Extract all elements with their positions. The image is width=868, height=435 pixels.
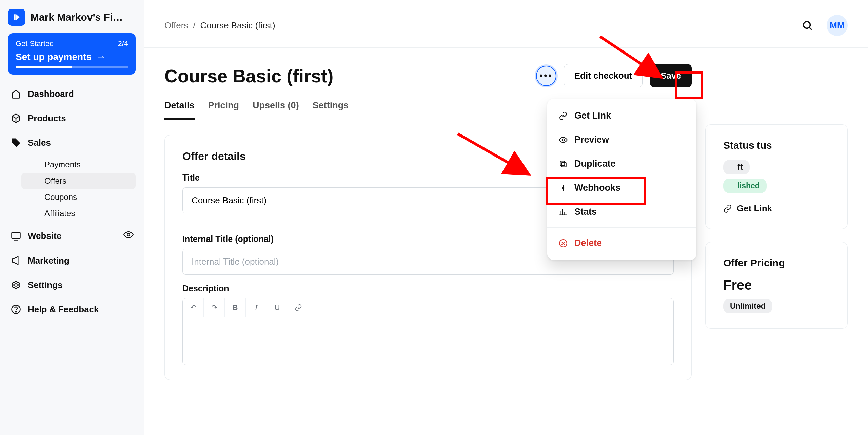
svg-line-12 [458, 134, 529, 174]
sidebar-item-dashboard[interactable]: Dashboard [8, 83, 136, 104]
tab-pricing[interactable]: Pricing [208, 96, 239, 120]
search-icon [802, 20, 813, 31]
topbar: Offers / Course Basic (first) MM [144, 0, 868, 48]
svg-point-5 [804, 22, 810, 28]
breadcrumb-sep: / [193, 20, 195, 31]
ellipsis-icon: ••• [539, 70, 553, 81]
svg-rect-0 [12, 232, 20, 239]
onboarding-card[interactable]: Get Started 2/4 Set up payments → [8, 33, 136, 75]
more-actions-button[interactable]: ••• [536, 66, 556, 86]
help-icon [10, 304, 22, 315]
sidebar-item-sales[interactable]: Sales [8, 132, 136, 153]
workspace-name: Mark Markov's Fi… [31, 12, 132, 23]
avatar[interactable]: MM [827, 15, 848, 36]
menu-item-label: Stats [574, 207, 597, 217]
sidebar-item-label: Payments [44, 160, 81, 169]
menu-preview[interactable]: Preview [547, 128, 696, 152]
sidebar-item-marketing[interactable]: Marketing [8, 250, 136, 271]
onboarding-progress-bar [16, 66, 128, 68]
sidebar-item-label: Sales [28, 138, 51, 148]
search-button[interactable] [800, 18, 814, 33]
annotation-arrow-2 [458, 134, 542, 189]
sidebar-item-products[interactable]: Products [8, 108, 136, 129]
svg-point-9 [563, 187, 564, 188]
breadcrumb: Offers / Course Basic (first) [164, 20, 275, 31]
status-published-pill[interactable]: Pulished [723, 179, 767, 193]
sidebar-item-label: Settings [28, 280, 63, 290]
sidebar-item-affiliates[interactable]: Affiliates [21, 205, 136, 222]
description-editor: ↶ ↷ B I U [182, 298, 674, 365]
status-card: StaStatustus Draft Pulished Get Link [705, 124, 848, 229]
duplicate-icon [559, 160, 568, 168]
tag-icon [10, 137, 22, 148]
link-button[interactable] [288, 298, 309, 317]
menu-item-label: Duplicate [574, 159, 616, 169]
menu-delete[interactable]: Delete [547, 231, 696, 255]
description-label: Description [182, 284, 674, 293]
sidebar-item-label: Products [28, 113, 66, 124]
home-icon [10, 88, 22, 100]
app-logo [8, 9, 25, 26]
redo-button[interactable]: ↷ [204, 298, 225, 317]
monitor-icon [10, 230, 22, 242]
svg-point-2 [15, 284, 17, 286]
svg-point-1 [127, 233, 130, 236]
main: Offers / Course Basic (first) MM Course … [144, 0, 868, 435]
brand[interactable]: Mark Markov's Fi… [8, 9, 136, 26]
more-actions-menu: Get Link Preview Duplicate Webhooks Stat… [547, 99, 696, 260]
menu-item-label: Webhooks [574, 183, 620, 193]
underline-button[interactable]: U [267, 298, 288, 317]
eye-icon [559, 136, 568, 144]
menu-webhooks[interactable]: Webhooks [547, 176, 696, 200]
bold-button[interactable]: B [225, 298, 246, 317]
description-textarea[interactable] [183, 317, 673, 365]
sidebar-item-label: Dashboard [28, 89, 74, 99]
menu-get-link[interactable]: Get Link [547, 104, 696, 128]
svg-line-11 [600, 37, 661, 77]
sidebar-item-label: Help & Feedback [28, 304, 99, 315]
status-title: StaStatustus [723, 140, 830, 151]
svg-point-6 [562, 139, 565, 141]
get-link-label: Get Link [737, 203, 772, 214]
sidebar-item-coupons[interactable]: Coupons [21, 189, 136, 205]
breadcrumb-root[interactable]: Offers [164, 20, 188, 31]
sidebar-item-label: Website [28, 231, 61, 241]
menu-duplicate[interactable]: Duplicate [547, 152, 696, 176]
pricing-title: Offer Pricing [723, 257, 830, 269]
svg-point-4 [16, 312, 16, 312]
svg-rect-7 [562, 162, 566, 167]
sidebar-item-label: Coupons [44, 192, 77, 202]
tab-details[interactable]: Details [164, 96, 195, 120]
svg-rect-8 [560, 161, 565, 165]
onboarding-step-title: Set up payments [16, 51, 92, 62]
sidebar-item-website[interactable]: Website [8, 225, 136, 247]
cube-icon [10, 112, 22, 124]
tab-settings[interactable]: Settings [313, 96, 349, 120]
status-draft-pill[interactable]: Draft [723, 160, 750, 174]
menu-stats[interactable]: Stats [547, 200, 696, 224]
tab-upsells[interactable]: Upsells (0) [253, 96, 299, 120]
menu-item-label: Delete [574, 238, 602, 248]
pricing-unlimited-pill: Unlimited [723, 299, 772, 313]
onboarding-progress: 2/4 [118, 39, 128, 48]
sidebar-item-help[interactable]: Help & Feedback [8, 299, 136, 320]
annotation-arrow-1 [600, 37, 675, 89]
webhook-icon [559, 184, 568, 192]
sidebar-item-label: Marketing [28, 255, 70, 266]
stats-icon [559, 208, 568, 216]
italic-button[interactable]: I [246, 298, 267, 317]
megaphone-icon [10, 255, 22, 266]
sidebar-item-offers[interactable]: Offers [21, 173, 136, 189]
page-title: Course Basic (first) [164, 65, 333, 86]
breadcrumb-current: Course Basic (first) [200, 20, 275, 31]
eye-icon[interactable] [123, 230, 134, 242]
pricing-price: Free [723, 277, 830, 293]
get-link-button[interactable]: Get Link [723, 203, 830, 214]
link-icon [723, 204, 732, 213]
gear-icon [10, 279, 22, 291]
pricing-card: Offer Pricing Free Unlimited [705, 242, 848, 329]
sidebar-item-payments[interactable]: Payments [21, 157, 136, 173]
delete-icon [559, 239, 568, 248]
sidebar-item-settings[interactable]: Settings [8, 274, 136, 295]
undo-button[interactable]: ↶ [183, 298, 204, 317]
